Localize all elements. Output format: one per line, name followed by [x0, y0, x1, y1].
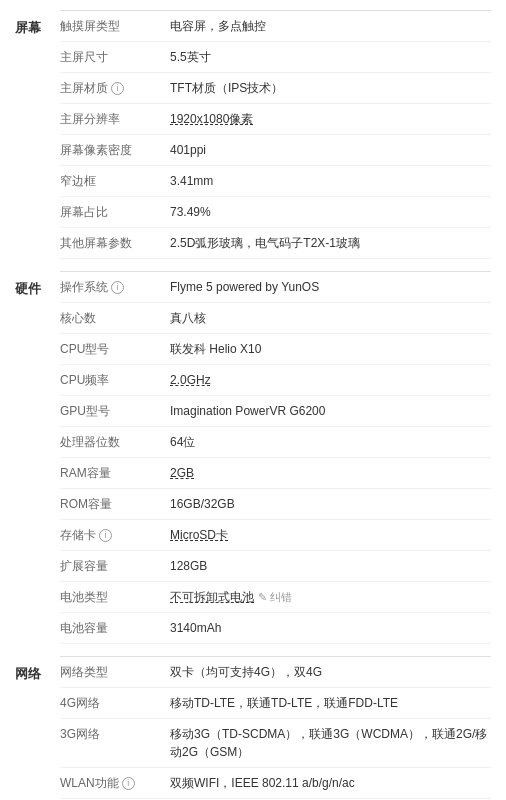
row-key-text-1-8: 存储卡 — [60, 526, 96, 544]
table-row: 窄边框3.41mm — [60, 166, 491, 197]
row-key-text-1-9: 扩展容量 — [60, 557, 108, 575]
row-val-text-1-0: Flyme 5 powered by YunOS — [170, 280, 319, 294]
section-屏幕: 屏幕触摸屏类型电容屏，多点触控主屏尺寸5.5英寸主屏材质iTFT材质（IPS技术… — [15, 10, 491, 259]
row-key-text-1-7: ROM容量 — [60, 495, 112, 513]
row-key-1-4: GPU型号 — [60, 402, 170, 420]
table-row: 电池类型不可拆卸式电池 ✎ 纠错 — [60, 582, 491, 613]
row-val-text-1-2: 联发科 Helio X10 — [170, 342, 261, 356]
row-key-2-1: 4G网络 — [60, 694, 170, 712]
table-row: GPU型号Imagination PowerVR G6200 — [60, 396, 491, 427]
row-val-0-2: TFT材质（IPS技术） — [170, 79, 491, 97]
row-val-1-8: MicroSD卡 — [170, 526, 491, 544]
row-key-text-0-5: 窄边框 — [60, 172, 96, 190]
row-key-1-9: 扩展容量 — [60, 557, 170, 575]
row-val-1-10: 不可拆卸式电池 ✎ 纠错 — [170, 588, 491, 606]
info-icon[interactable]: i — [111, 281, 124, 294]
row-key-text-1-0: 操作系统 — [60, 278, 108, 296]
row-val-0-6: 73.49% — [170, 203, 491, 221]
section-硬件: 硬件操作系统iFlyme 5 powered by YunOS核心数真八核CPU… — [15, 271, 491, 644]
page: 屏幕触摸屏类型电容屏，多点触控主屏尺寸5.5英寸主屏材质iTFT材质（IPS技术… — [0, 0, 506, 800]
row-key-0-5: 窄边框 — [60, 172, 170, 190]
row-val-0-1: 5.5英寸 — [170, 48, 491, 66]
row-val-0-4: 401ppi — [170, 141, 491, 159]
row-key-text-2-3: WLAN功能 — [60, 774, 119, 792]
table-row: RAM容量2GB — [60, 458, 491, 489]
row-key-1-0: 操作系统i — [60, 278, 170, 296]
table-row: 处理器位数64位 — [60, 427, 491, 458]
table-row: 主屏材质iTFT材质（IPS技术） — [60, 73, 491, 104]
row-val-text-1-4: Imagination PowerVR G6200 — [170, 404, 325, 418]
row-val-0-7: 2.5D弧形玻璃，电气码子T2X-1玻璃 — [170, 234, 491, 252]
row-val-text-0-0: 电容屏，多点触控 — [170, 19, 266, 33]
table-row: 网络类型双卡（均可支持4G），双4G — [60, 657, 491, 688]
row-key-1-5: 处理器位数 — [60, 433, 170, 451]
row-val-2-0: 双卡（均可支持4G），双4G — [170, 663, 491, 681]
row-key-0-4: 屏幕像素密度 — [60, 141, 170, 159]
row-val-text-1-5: 64位 — [170, 435, 195, 449]
row-val-2-2: 移动3G（TD-SCDMA），联通3G（WCDMA），联通2G/移动2G（GSM… — [170, 725, 491, 761]
row-key-text-1-10: 电池类型 — [60, 588, 108, 606]
table-row: 3G网络移动3G（TD-SCDMA），联通3G（WCDMA），联通2G/移动2G… — [60, 719, 491, 768]
table-row: 屏幕占比73.49% — [60, 197, 491, 228]
row-val-1-6: 2GB — [170, 464, 491, 482]
row-val-text-0-7: 2.5D弧形玻璃，电气码子T2X-1玻璃 — [170, 236, 360, 250]
row-key-text-2-1: 4G网络 — [60, 694, 100, 712]
row-val-1-5: 64位 — [170, 433, 491, 451]
row-key-0-1: 主屏尺寸 — [60, 48, 170, 66]
table-row: 4G网络移动TD-LTE，联通TD-LTE，联通FDD-LTE — [60, 688, 491, 719]
row-val-text-2-2: 移动3G（TD-SCDMA），联通3G（WCDMA），联通2G/移动2G（GSM… — [170, 727, 487, 759]
row-val-text-0-2: TFT材质（IPS技术） — [170, 81, 283, 95]
row-val-text-1-10: 不可拆卸式电池 — [170, 590, 254, 604]
section-content-0: 触摸屏类型电容屏，多点触控主屏尺寸5.5英寸主屏材质iTFT材质（IPS技术）主… — [60, 10, 491, 259]
row-key-text-0-2: 主屏材质 — [60, 79, 108, 97]
row-val-text-1-3: 2.0GHz — [170, 373, 211, 387]
row-key-1-7: ROM容量 — [60, 495, 170, 513]
table-row: WLAN功能i双频WIFI，IEEE 802.11 a/b/g/n/ac — [60, 768, 491, 799]
section-label-2: 网络 — [15, 656, 60, 800]
row-key-0-7: 其他屏幕参数 — [60, 234, 170, 252]
row-val-1-4: Imagination PowerVR G6200 — [170, 402, 491, 420]
info-icon[interactable]: i — [111, 82, 124, 95]
row-val-text-1-7: 16GB/32GB — [170, 497, 235, 511]
section-content-2: 网络类型双卡（均可支持4G），双4G4G网络移动TD-LTE，联通TD-LTE，… — [60, 656, 491, 800]
row-val-text-2-1: 移动TD-LTE，联通TD-LTE，联通FDD-LTE — [170, 696, 398, 710]
table-row: CPU型号联发科 Helio X10 — [60, 334, 491, 365]
row-key-1-1: 核心数 — [60, 309, 170, 327]
row-key-0-3: 主屏分辨率 — [60, 110, 170, 128]
table-row: 核心数真八核 — [60, 303, 491, 334]
row-key-text-0-6: 屏幕占比 — [60, 203, 108, 221]
row-val-text-0-3: 1920x1080像素 — [170, 112, 253, 126]
info-icon[interactable]: i — [99, 529, 112, 542]
row-key-text-2-0: 网络类型 — [60, 663, 108, 681]
table-row: 其他屏幕参数2.5D弧形玻璃，电气码子T2X-1玻璃 — [60, 228, 491, 259]
row-key-text-1-11: 电池容量 — [60, 619, 108, 637]
row-val-text-1-11: 3140mAh — [170, 621, 221, 635]
row-key-1-6: RAM容量 — [60, 464, 170, 482]
row-key-text-1-3: CPU频率 — [60, 371, 109, 389]
table-row: ROM容量16GB/32GB — [60, 489, 491, 520]
row-val-text-0-5: 3.41mm — [170, 174, 213, 188]
table-row: CPU频率2.0GHz — [60, 365, 491, 396]
table-row: 主屏分辨率1920x1080像素 — [60, 104, 491, 135]
table-row: 触摸屏类型电容屏，多点触控 — [60, 11, 491, 42]
row-val-1-3: 2.0GHz — [170, 371, 491, 389]
specs-container: 屏幕触摸屏类型电容屏，多点触控主屏尺寸5.5英寸主屏材质iTFT材质（IPS技术… — [15, 10, 491, 800]
row-val-2-1: 移动TD-LTE，联通TD-LTE，联通FDD-LTE — [170, 694, 491, 712]
row-val-1-1: 真八核 — [170, 309, 491, 327]
info-icon[interactable]: i — [122, 777, 135, 790]
table-row: 电池容量3140mAh — [60, 613, 491, 644]
table-row: 屏幕像素密度401ppi — [60, 135, 491, 166]
row-val-0-0: 电容屏，多点触控 — [170, 17, 491, 35]
row-val-0-5: 3.41mm — [170, 172, 491, 190]
row-key-text-2-2: 3G网络 — [60, 725, 100, 743]
row-val-text-0-4: 401ppi — [170, 143, 206, 157]
section-label-1: 硬件 — [15, 271, 60, 644]
row-key-0-6: 屏幕占比 — [60, 203, 170, 221]
row-val-1-2: 联发科 Helio X10 — [170, 340, 491, 358]
table-row: 操作系统iFlyme 5 powered by YunOS — [60, 272, 491, 303]
edit-icon[interactable]: ✎ 纠错 — [258, 589, 292, 606]
row-key-text-0-7: 其他屏幕参数 — [60, 234, 132, 252]
row-val-text-1-9: 128GB — [170, 559, 207, 573]
row-key-2-0: 网络类型 — [60, 663, 170, 681]
row-key-text-1-2: CPU型号 — [60, 340, 109, 358]
